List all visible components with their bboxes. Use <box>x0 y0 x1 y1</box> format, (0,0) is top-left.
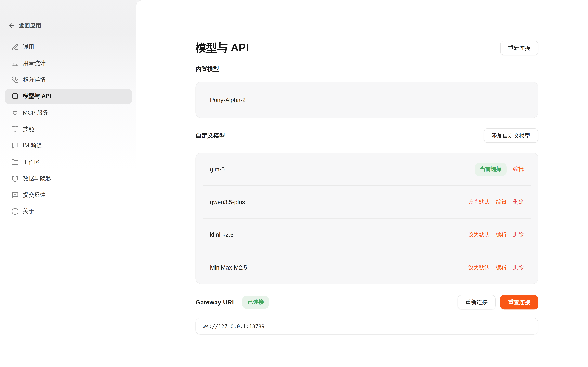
sidebar-item-label: 积分详情 <box>23 76 46 83</box>
sidebar-nav: 通用 用量统计 积分详情 模型与 API MCP 服务 技能 <box>5 39 132 220</box>
back-to-app[interactable]: 返回应用 <box>8 22 41 29</box>
sidebar-item-feedback[interactable]: 提交反馈 <box>5 188 132 203</box>
sidebar-item-label: 工作区 <box>23 158 40 166</box>
custom-model-name: qwen3.5-plus <box>210 199 245 205</box>
title-row: 模型与 API 重新连接 <box>195 41 538 55</box>
builtin-model-name: Pony-Alpha-2 <box>210 96 246 103</box>
gateway-url-value: ws://127.0.0.1:18789 <box>203 323 265 329</box>
custom-model-row: qwen3.5-plus 设为默认 编辑 删除 <box>196 186 538 218</box>
sidebar-item-about[interactable]: 关于 <box>5 204 132 219</box>
bar-chart-icon <box>11 60 19 67</box>
delete-link[interactable]: 删除 <box>513 231 524 238</box>
main-content: 模型与 API 重新连接 内置模型 Pony-Alpha-2 自定义模型 添加自… <box>195 41 538 335</box>
custom-model-row: MiniMax-M2.5 设为默认 编辑 删除 <box>196 251 538 284</box>
custom-models-panel: glm-5 当前选择 编辑 qwen3.5-plus 设为默认 编辑 删除 <box>195 153 538 284</box>
gateway-url-label: Gateway URL <box>195 299 236 306</box>
sidebar-item-label: 技能 <box>23 125 34 133</box>
delete-link[interactable]: 删除 <box>513 199 524 205</box>
set-default-link[interactable]: 设为默认 <box>468 199 490 205</box>
sidebar: 返回应用 通用 用量统计 积分详情 模型与 API MCP 服务 <box>0 0 136 367</box>
set-default-link[interactable]: 设为默认 <box>468 264 490 271</box>
arrow-left-icon <box>8 23 15 29</box>
sidebar-item-mcp[interactable]: MCP 服务 <box>5 105 132 120</box>
custom-model-name: glm-5 <box>210 166 225 173</box>
plug-icon <box>11 109 19 117</box>
custom-models-heading: 自定义模型 <box>195 132 225 140</box>
gateway-buttons: 重新连接 重置连接 <box>458 295 538 309</box>
row-actions: 设为默认 编辑 删除 <box>468 199 524 205</box>
add-custom-model-button[interactable]: 添加自定义模型 <box>483 128 538 143</box>
coins-icon <box>11 76 19 83</box>
edit-link[interactable]: 编辑 <box>496 199 507 205</box>
sidebar-item-models-api[interactable]: 模型与 API <box>5 89 132 104</box>
sidebar-item-label: 关于 <box>23 208 34 215</box>
sidebar-item-label: 提交反馈 <box>23 192 46 199</box>
reconnect-button-top[interactable]: 重新连接 <box>500 41 538 55</box>
back-to-app-label: 返回应用 <box>19 22 41 29</box>
sidebar-item-label: 用量统计 <box>23 60 46 67</box>
edit-link[interactable]: 编辑 <box>496 264 507 271</box>
row-actions: 设为默认 编辑 删除 <box>468 264 524 271</box>
sidebar-item-label: 模型与 API <box>23 93 51 100</box>
sidebar-item-skills[interactable]: 技能 <box>5 122 132 137</box>
sidebar-item-general[interactable]: 通用 <box>5 39 132 54</box>
custom-model-row: glm-5 当前选择 编辑 <box>196 153 538 185</box>
main-panel: 模型与 API 重新连接 内置模型 Pony-Alpha-2 自定义模型 添加自… <box>136 0 588 367</box>
gateway-row: Gateway URL 已连接 重新连接 重置连接 <box>195 295 538 309</box>
sidebar-item-workspace[interactable]: 工作区 <box>5 155 132 170</box>
info-icon <box>11 208 19 215</box>
folder-icon <box>11 158 19 166</box>
row-actions: 设为默认 编辑 删除 <box>468 231 524 238</box>
reset-connection-button[interactable]: 重置连接 <box>500 295 538 309</box>
page-title: 模型与 API <box>195 41 249 55</box>
custom-model-row: kimi-k2.5 设为默认 编辑 删除 <box>196 218 538 251</box>
open-book-icon <box>11 125 19 133</box>
current-selection-badge: 当前选择 <box>475 163 507 176</box>
gateway-label-group: Gateway URL 已连接 <box>195 296 269 309</box>
builtin-models-panel: Pony-Alpha-2 <box>195 82 538 118</box>
custom-model-name: kimi-k2.5 <box>210 231 234 238</box>
sidebar-item-im-channels[interactable]: IM 频道 <box>5 138 132 153</box>
builtin-models-heading: 内置模型 <box>195 65 538 73</box>
settings-window: 返回应用 通用 用量统计 积分详情 模型与 API MCP 服务 <box>0 0 588 367</box>
edit-link[interactable]: 编辑 <box>513 166 524 173</box>
custom-models-header: 自定义模型 添加自定义模型 <box>195 128 538 143</box>
reconnect-button-bottom[interactable]: 重新连接 <box>458 295 496 309</box>
row-actions: 当前选择 编辑 <box>475 163 524 176</box>
sidebar-item-label: MCP 服务 <box>23 109 48 117</box>
sidebar-item-label: IM 频道 <box>23 142 42 149</box>
sidebar-item-data-privacy[interactable]: 数据与隐私 <box>5 171 132 186</box>
chat-bubble-icon <box>11 142 19 149</box>
set-default-link[interactable]: 设为默认 <box>468 231 490 238</box>
sidebar-item-label: 数据与隐私 <box>23 175 51 182</box>
custom-model-name: MiniMax-M2.5 <box>210 264 247 271</box>
cpu-icon <box>11 93 19 100</box>
edit-link[interactable]: 编辑 <box>496 231 507 238</box>
sidebar-item-usage-stats[interactable]: 用量统计 <box>5 56 132 71</box>
delete-link[interactable]: 删除 <box>513 264 524 271</box>
pencil-icon <box>11 43 19 50</box>
shield-icon <box>11 175 19 182</box>
sidebar-item-label: 通用 <box>23 43 34 50</box>
connected-status-badge: 已连接 <box>242 296 269 309</box>
gateway-url-input[interactable]: ws://127.0.0.1:18789 <box>195 318 538 334</box>
feedback-plus-icon <box>11 192 19 199</box>
sidebar-item-credits[interactable]: 积分详情 <box>5 72 132 87</box>
